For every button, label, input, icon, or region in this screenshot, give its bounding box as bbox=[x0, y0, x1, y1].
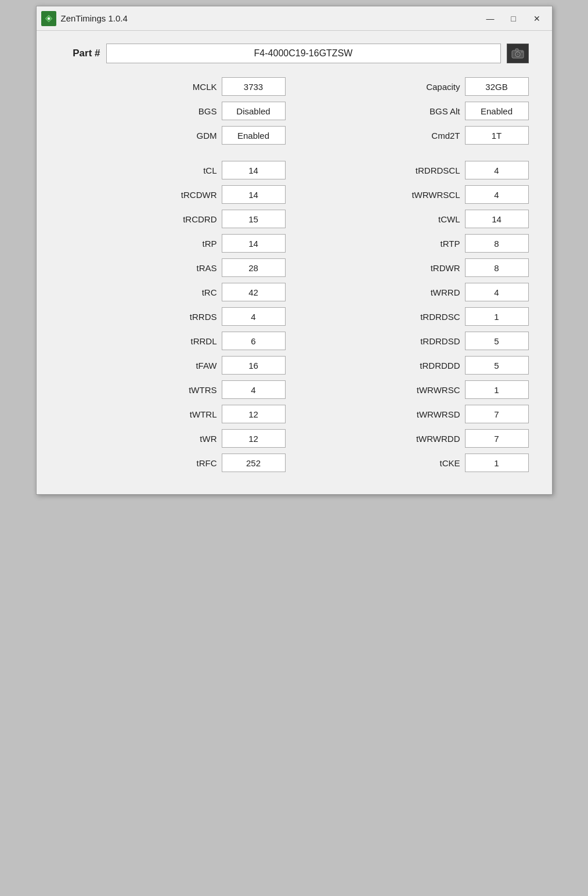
field-row-trtp: tRTP 8 bbox=[303, 234, 529, 253]
trc-label: tRC bbox=[171, 287, 217, 297]
bgsalt-label: BGS Alt bbox=[414, 106, 460, 116]
timings-right-column: tRDRDSCL 4 tWRWRSCL 4 tCWL 14 tRTP 8 bbox=[303, 161, 529, 478]
window-controls: — □ ✕ bbox=[480, 10, 547, 27]
trtp-label: tRTP bbox=[414, 239, 460, 249]
tcl-label: tCL bbox=[171, 165, 217, 175]
trc-value: 42 bbox=[222, 283, 286, 301]
svg-rect-6 bbox=[521, 52, 523, 53]
capacity-value: 32GB bbox=[465, 77, 529, 96]
tcke-label: tCKE bbox=[414, 458, 460, 468]
field-row-trdrdsc: tRDRDSC 1 bbox=[303, 307, 529, 326]
trdrddd-label: tRDRDDD bbox=[414, 361, 460, 370]
title-bar: ZenTimings 1.0.4 — □ ✕ bbox=[37, 6, 552, 31]
tras-label: tRAS bbox=[171, 263, 217, 273]
field-row-cmd2t: Cmd2T 1T bbox=[303, 126, 529, 145]
field-row-trdwr: tRDWR 8 bbox=[303, 258, 529, 277]
field-row-tcl: tCL 14 bbox=[60, 161, 286, 179]
svg-rect-5 bbox=[515, 49, 518, 51]
twrwrsc-value: 1 bbox=[465, 380, 529, 399]
trdrdscl-value: 4 bbox=[465, 161, 529, 179]
trrdl-value: 6 bbox=[222, 332, 286, 350]
twr-value: 12 bbox=[222, 429, 286, 448]
twtrl-value: 12 bbox=[222, 405, 286, 423]
trdrdsd-label: tRDRDSD bbox=[414, 336, 460, 346]
trp-value: 14 bbox=[222, 234, 286, 253]
field-row-trrdl: tRRDL 6 bbox=[60, 332, 286, 350]
trcdrd-label: tRCDRD bbox=[171, 214, 217, 224]
field-row-trp: tRP 14 bbox=[60, 234, 286, 253]
field-row-tcke: tCKE 1 bbox=[303, 454, 529, 472]
field-row-tfaw: tFAW 16 bbox=[60, 356, 286, 375]
trtp-value: 8 bbox=[465, 234, 529, 253]
field-row-twrwrsc: tWRWRSC 1 bbox=[303, 380, 529, 399]
twrrd-label: tWRRD bbox=[414, 287, 460, 297]
capacity-label: Capacity bbox=[414, 82, 460, 92]
svg-point-4 bbox=[516, 53, 518, 55]
trdrdsc-value: 1 bbox=[465, 307, 529, 326]
field-row-trdrdsd: tRDRDSD 5 bbox=[303, 332, 529, 350]
field-row-twrwrsd: tWRWRSD 7 bbox=[303, 405, 529, 423]
twrwrsd-label: tWRWRSD bbox=[414, 409, 460, 419]
trdrddd-value: 5 bbox=[465, 356, 529, 375]
twrwrsd-value: 7 bbox=[465, 405, 529, 423]
close-button[interactable]: ✕ bbox=[526, 10, 547, 27]
trrdl-label: tRRDL bbox=[171, 336, 217, 346]
twrwrscl-value: 4 bbox=[465, 185, 529, 204]
part-number-label: Part # bbox=[60, 48, 100, 59]
twtrs-value: 4 bbox=[222, 380, 286, 399]
trfc-value: 252 bbox=[222, 454, 286, 472]
minimize-button[interactable]: — bbox=[480, 10, 501, 27]
trfc-label: tRFC bbox=[171, 458, 217, 468]
twrwrdd-value: 7 bbox=[465, 429, 529, 448]
tcwl-value: 14 bbox=[465, 210, 529, 228]
field-row-twrwrscl: tWRWRSCL 4 bbox=[303, 185, 529, 204]
tfaw-value: 16 bbox=[222, 356, 286, 375]
tcl-value: 14 bbox=[222, 161, 286, 179]
left-info-column: MCLK 3733 BGS Disabled GDM Enabled bbox=[60, 77, 286, 150]
trrds-value: 4 bbox=[222, 307, 286, 326]
trdwr-value: 8 bbox=[465, 258, 529, 277]
timings-grid: tCL 14 tRCDWR 14 tRCDRD 15 tRP 14 bbox=[60, 161, 529, 478]
twrrd-value: 4 bbox=[465, 283, 529, 301]
field-row-bgsalt: BGS Alt Enabled bbox=[303, 102, 529, 120]
field-row-twrwrdd: tWRWRDD 7 bbox=[303, 429, 529, 448]
twrwrsc-label: tWRWRSC bbox=[414, 385, 460, 395]
part-number-input[interactable] bbox=[106, 44, 501, 63]
part-number-row: Part # bbox=[60, 44, 529, 63]
field-row-trc: tRC 42 bbox=[60, 283, 286, 301]
field-row-twtrl: tWTRL 12 bbox=[60, 405, 286, 423]
camera-button[interactable] bbox=[507, 44, 529, 63]
mclk-label: MCLK bbox=[171, 82, 217, 92]
field-row-twtrs: tWTRS 4 bbox=[60, 380, 286, 399]
twtrl-label: tWTRL bbox=[171, 409, 217, 419]
field-row-twr: tWR 12 bbox=[60, 429, 286, 448]
twrwrscl-label: tWRWRSCL bbox=[412, 190, 460, 200]
field-row-trdrdscl: tRDRDSCL 4 bbox=[303, 161, 529, 179]
field-row-tras: tRAS 28 bbox=[60, 258, 286, 277]
main-window: ZenTimings 1.0.4 — □ ✕ Part # bbox=[36, 6, 553, 495]
window-title: ZenTimings 1.0.4 bbox=[61, 13, 480, 23]
bgs-value: Disabled bbox=[222, 102, 286, 120]
twrwrdd-label: tWRWRDD bbox=[414, 434, 460, 444]
twr-label: tWR bbox=[171, 434, 217, 444]
timings-left-column: tCL 14 tRCDWR 14 tRCDRD 15 tRP 14 bbox=[60, 161, 286, 478]
bgsalt-value: Enabled bbox=[465, 102, 529, 120]
trdrdsd-value: 5 bbox=[465, 332, 529, 350]
trdwr-label: tRDWR bbox=[414, 263, 460, 273]
maximize-button[interactable]: □ bbox=[503, 10, 524, 27]
field-row-trdrddd: tRDRDDD 5 bbox=[303, 356, 529, 375]
field-row-tcwl: tCWL 14 bbox=[303, 210, 529, 228]
cmd2t-label: Cmd2T bbox=[414, 131, 460, 141]
field-row-trcdwr: tRCDWR 14 bbox=[60, 185, 286, 204]
right-info-column: Capacity 32GB BGS Alt Enabled Cmd2T 1T bbox=[303, 77, 529, 150]
trcdwr-label: tRCDWR bbox=[171, 190, 217, 200]
gdm-label: GDM bbox=[171, 131, 217, 141]
cmd2t-value: 1T bbox=[465, 126, 529, 145]
field-row-twrrd: tWRRD 4 bbox=[303, 283, 529, 301]
bgs-label: BGS bbox=[171, 106, 217, 116]
field-row-gdm: GDM Enabled bbox=[60, 126, 286, 145]
field-row-bgs: BGS Disabled bbox=[60, 102, 286, 120]
tcke-value: 1 bbox=[465, 454, 529, 472]
info-grid: MCLK 3733 BGS Disabled GDM Enabled Capac… bbox=[60, 77, 529, 150]
field-row-capacity: Capacity 32GB bbox=[303, 77, 529, 96]
